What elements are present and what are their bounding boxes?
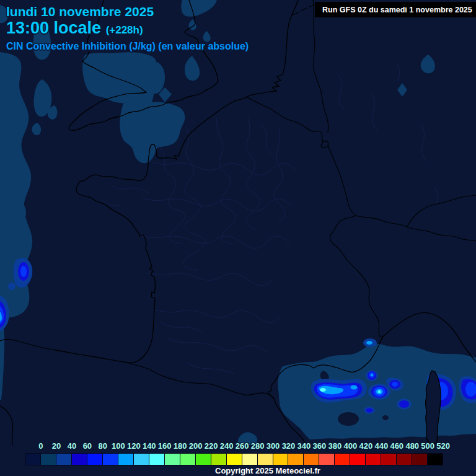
colorbar-cell <box>304 453 319 465</box>
colorbar-cell <box>412 453 428 465</box>
colorbar-label: 20 <box>52 441 61 451</box>
colorbar-label: 260 <box>236 441 249 451</box>
colorbar-label: 520 <box>436 441 450 451</box>
forecast-offset-label: (+228h) <box>106 24 143 36</box>
colorbar-label: 420 <box>359 441 372 451</box>
colorbar-cell <box>319 453 335 465</box>
colorbar-label: 40 <box>68 441 76 451</box>
colorbar-label: 480 <box>405 441 419 451</box>
parameter-title: CIN Convective Inhibition (J/kg) (en val… <box>6 41 249 52</box>
colorbar-cell <box>273 453 289 465</box>
weather-map-page: lundi 10 novembre 2025 13:00 locale (+22… <box>0 0 476 476</box>
colorbar-cell <box>25 453 41 465</box>
colorbar-label: 220 <box>205 441 218 451</box>
time-title: 13:00 locale (+228h) <box>6 19 143 38</box>
colorbar-cell <box>149 453 165 465</box>
colorbar-cell <box>288 453 304 465</box>
colorbar-cell <box>350 453 366 465</box>
run-info-box: Run GFS 0Z du samedi 1 novembre 2025 <box>315 2 476 17</box>
colorbar-label: 500 <box>421 441 434 451</box>
colorbar-cell <box>118 453 134 465</box>
colorbar-label: 460 <box>390 441 403 451</box>
colorbar-label: 120 <box>127 441 141 451</box>
colorbar-label: 380 <box>328 441 342 451</box>
local-time-label: 13:00 locale <box>6 19 101 37</box>
colorbar-cell <box>56 453 72 465</box>
colorbar-label: 280 <box>251 441 265 451</box>
copyright-text: Copyright 2025 Meteociel.fr <box>215 466 320 475</box>
colorbar-cell <box>227 453 242 465</box>
colorbar-cell <box>72 453 87 465</box>
colorbar-label: 300 <box>267 441 280 451</box>
colorbar-cell <box>134 453 149 465</box>
colorbar-label: 400 <box>344 441 358 451</box>
colorbar-label: 80 <box>99 441 107 451</box>
colorbar-label: 200 <box>189 441 203 451</box>
colorbar-cell <box>258 453 273 465</box>
weather-map <box>0 0 476 476</box>
colorbar-swatches <box>25 453 443 465</box>
colorbar-label: 240 <box>220 441 234 451</box>
colorbar-label: 360 <box>313 441 327 451</box>
colorbar-cell <box>103 453 118 465</box>
colorbar-label: 320 <box>282 441 296 451</box>
date-title: lundi 10 novembre 2025 <box>6 4 154 19</box>
colorbar-cell <box>211 453 227 465</box>
colorbar-label: 60 <box>83 441 92 451</box>
colorbar-label: 180 <box>174 441 187 451</box>
colorbar-label: 340 <box>298 441 311 451</box>
colorbar-label: 100 <box>112 441 125 451</box>
colorbar-cell <box>397 453 412 465</box>
colorbar-cell <box>242 453 258 465</box>
colorbar-cell <box>428 453 443 465</box>
colorbar-label: 440 <box>374 441 388 451</box>
colorbar-cell <box>366 453 381 465</box>
colorbar-label: 0 <box>38 441 43 451</box>
colorbar-cell <box>87 453 103 465</box>
run-info-label: Run GFS 0Z du samedi 1 novembre 2025 <box>322 6 472 14</box>
colorbar-cell <box>180 453 196 465</box>
colorbar-cell <box>196 453 211 465</box>
colorbar-cell <box>335 453 350 465</box>
colorbar-label: 140 <box>143 441 156 451</box>
colorbar-labels: 0204060801001201401601802002202402602803… <box>25 441 459 451</box>
colorbar-cell <box>41 453 56 465</box>
colorbar-cell <box>381 453 397 465</box>
colorbar-label: 160 <box>158 441 172 451</box>
colorbar-cell <box>165 453 180 465</box>
